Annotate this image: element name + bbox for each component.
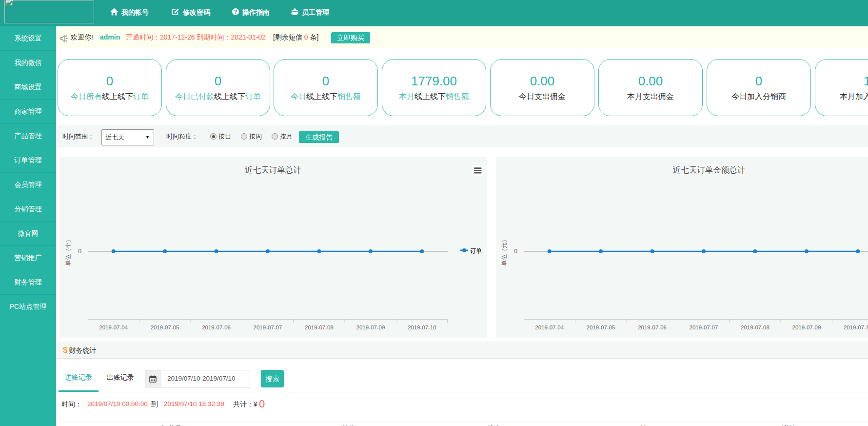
svg-text:2019-07-05: 2019-07-05: [587, 325, 615, 330]
svg-text:0: 0: [78, 248, 81, 255]
svg-text:2019-07-06: 2019-07-06: [638, 325, 667, 330]
svg-text:2019-07-10: 2019-07-10: [844, 325, 868, 330]
svg-text:2019-07-09: 2019-07-09: [356, 325, 385, 330]
svg-text:2019-07-10: 2019-07-10: [408, 325, 436, 330]
svg-text:单位（元）: 单位（元）: [501, 237, 508, 266]
svg-text:2019-07-05: 2019-07-05: [151, 325, 179, 330]
svg-text:2019-07-04: 2019-07-04: [535, 325, 564, 330]
svg-text:2019-07-07: 2019-07-07: [690, 325, 718, 330]
svg-text:2019-07-09: 2019-07-09: [792, 325, 821, 330]
svg-text:2019-07-08: 2019-07-08: [305, 325, 334, 330]
svg-text:近七天订单金额总计: 近七天订单金额总计: [673, 165, 746, 174]
svg-text:?: ?: [234, 9, 237, 15]
svg-text:单位（个）: 单位（个）: [65, 237, 72, 266]
svg-text:2019-07-07: 2019-07-07: [254, 325, 282, 330]
svg-text:订单: 订单: [470, 247, 482, 254]
svg-text:2019-07-04: 2019-07-04: [99, 325, 128, 330]
svg-text:2019-07-06: 2019-07-06: [202, 325, 231, 330]
svg-text:0: 0: [514, 248, 517, 255]
svg-text:近七天订单总计: 近七天订单总计: [245, 165, 301, 174]
svg-text:2019-07-08: 2019-07-08: [741, 325, 769, 330]
